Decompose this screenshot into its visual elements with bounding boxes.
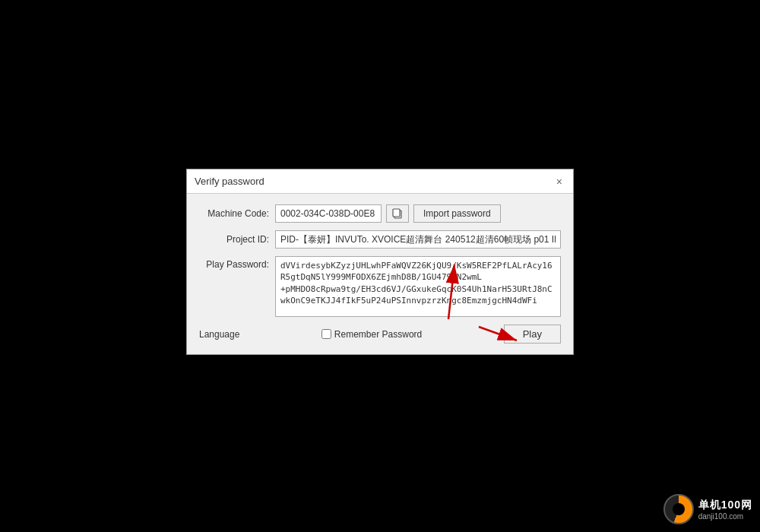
machine-code-input[interactable] bbox=[275, 204, 382, 223]
watermark: 单机100网 danji100.com bbox=[663, 494, 752, 524]
copy-machine-code-button[interactable] bbox=[386, 204, 409, 223]
project-id-label: Project ID: bbox=[199, 234, 275, 245]
watermark-text: 单机100网 danji100.com bbox=[698, 499, 752, 521]
play-button[interactable]: Play bbox=[504, 325, 561, 344]
project-id-row: Project ID: bbox=[199, 230, 561, 249]
play-password-textarea[interactable] bbox=[275, 256, 561, 317]
machine-code-group: Import password bbox=[275, 204, 561, 223]
watermark-site-url: danji100.com bbox=[698, 512, 743, 521]
watermark-site-name: 单机100网 bbox=[698, 499, 752, 512]
watermark-logo bbox=[663, 494, 694, 524]
play-password-row: Play Password: bbox=[199, 256, 561, 317]
language-section: Language bbox=[199, 329, 239, 340]
machine-code-label: Machine Code: bbox=[199, 208, 275, 219]
remember-password-checkbox[interactable] bbox=[321, 329, 331, 339]
bottom-row: Language Remember Password Play bbox=[199, 325, 561, 344]
machine-code-row: Machine Code: Import password bbox=[199, 204, 561, 223]
verify-password-dialog: Verify password × Machine Code: Import p… bbox=[186, 169, 574, 355]
close-button[interactable]: × bbox=[553, 175, 565, 188]
play-password-label: Play Password: bbox=[199, 256, 275, 270]
copy-icon bbox=[391, 207, 404, 220]
watermark-logo-inner bbox=[673, 503, 685, 515]
dialog-title: Verify password bbox=[195, 176, 264, 187]
language-label: Language bbox=[199, 329, 239, 340]
import-password-button[interactable]: Import password bbox=[413, 204, 501, 223]
dialog-body: Machine Code: Import password Project ID… bbox=[187, 194, 573, 354]
remember-password-section: Remember Password bbox=[321, 329, 422, 340]
project-id-input[interactable] bbox=[275, 230, 561, 249]
remember-password-label: Remember Password bbox=[334, 329, 422, 340]
svg-rect-1 bbox=[393, 209, 400, 217]
dialog-titlebar: Verify password × bbox=[187, 169, 573, 194]
